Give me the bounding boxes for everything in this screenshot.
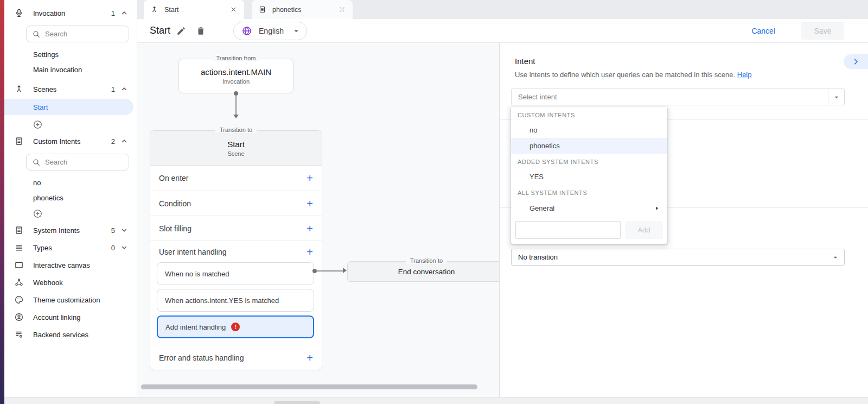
tab-start[interactable]: Start — [144, 0, 244, 19]
dropdown-group-custom-intents: CUSTOM INTENTS — [511, 107, 667, 122]
plus-icon[interactable]: + — [307, 173, 313, 184]
sidebar-item-invocation[interactable]: Invocation 1 — [4, 4, 137, 22]
arrow-right-icon — [653, 204, 661, 212]
tab-phonetics[interactable]: phonetics — [252, 0, 353, 19]
sidebar-item-no[interactable]: no — [4, 175, 137, 190]
sidebar-item-label: Account linking — [33, 313, 129, 321]
add-intent-button[interactable] — [4, 205, 137, 222]
node-subtitle: Invocation — [222, 78, 250, 85]
sidebar-item-types[interactable]: Types 0 — [4, 239, 137, 256]
sidebar-item-settings[interactable]: Settings — [4, 47, 137, 62]
dropdown-item-no[interactable]: no — [511, 122, 667, 138]
mic-icon — [14, 8, 24, 18]
item-count: 1 — [111, 9, 115, 17]
sidebar-item-scenes[interactable]: Scenes 1 — [4, 80, 137, 98]
save-button[interactable]: Save — [801, 22, 844, 40]
delete-scene-button[interactable] — [192, 22, 209, 40]
dropdown-item-phonetics[interactable]: phonetics — [511, 138, 667, 154]
section-label: On enter — [159, 174, 188, 182]
close-icon[interactable] — [229, 5, 238, 14]
bottom-bar — [4, 397, 868, 404]
help-link[interactable]: Help — [737, 71, 752, 79]
collapse-panel-button[interactable] — [844, 54, 868, 69]
node-title: actions.intent.MAIN — [201, 67, 271, 77]
horizontal-scrollbar[interactable] — [141, 384, 477, 389]
chevron-down-icon[interactable] — [119, 225, 129, 235]
dropdown-item-yes[interactable]: YES — [511, 169, 667, 185]
intent-icon — [14, 136, 24, 146]
sidebar-item-theme-customization[interactable]: Theme customization — [4, 291, 137, 308]
custom-intents-search — [26, 154, 129, 171]
chevron-right-icon — [851, 57, 860, 66]
backend-icon — [14, 330, 24, 339]
add-intent-handling-card[interactable]: Add intent handling ! — [157, 315, 314, 338]
sidebar-item-label: Webhook — [33, 279, 129, 287]
sidebar-item-phonetics[interactable]: phonetics — [4, 190, 137, 205]
node-subtitle: Scene — [227, 150, 244, 157]
sidebar-item-account-linking[interactable]: Account linking — [4, 308, 137, 326]
sidebar-item-webhook[interactable]: Webhook — [4, 274, 137, 291]
transition-from-node[interactable]: Transition from actions.intent.MAIN Invo… — [178, 59, 293, 93]
handler-when-yes-matched[interactable]: When actions.intent.YES is matched — [157, 289, 314, 312]
section-slot-filling[interactable]: Slot filling + — [150, 216, 322, 241]
add-scene-button[interactable] — [4, 116, 137, 132]
error-icon: ! — [231, 323, 240, 331]
select-intent-dropdown[interactable]: Select intent — [511, 89, 845, 105]
section-user-intent-handling[interactable]: User intent handling + — [150, 241, 322, 262]
plus-icon[interactable]: + — [307, 198, 313, 209]
sidebar-item-system-intents[interactable]: System Intents 5 — [4, 222, 137, 239]
sidebar-item-main-invocation[interactable]: Main invocation — [4, 62, 137, 77]
search-input[interactable] — [45, 158, 116, 166]
intent-icon — [258, 5, 267, 14]
search-input[interactable] — [45, 30, 116, 38]
chevron-up-icon[interactable] — [119, 136, 129, 146]
dropdown-item-general[interactable]: General — [511, 200, 667, 217]
sidebar-item-label: Theme customization — [33, 296, 129, 304]
chevron-up-icon[interactable] — [119, 8, 129, 18]
scene-icon — [150, 5, 159, 14]
plus-icon[interactable]: + — [307, 247, 313, 257]
search-icon — [32, 158, 41, 167]
cancel-button[interactable]: Cancel — [751, 27, 775, 35]
node-legend: Transition to — [215, 127, 257, 133]
plus-icon[interactable]: + — [307, 352, 313, 363]
dropdown-group-all-system-intents: ALL SYSTEM INTENTS — [511, 185, 667, 200]
intent-panel: Intent Use intents to define which user … — [499, 43, 868, 397]
chevron-down-icon[interactable] — [119, 243, 129, 252]
scene-node-header[interactable]: Start Scene — [150, 131, 322, 166]
chevron-up-icon[interactable] — [119, 84, 129, 94]
sidebar-item-custom-intents[interactable]: Custom Intents 2 — [4, 132, 137, 150]
transition-dropdown[interactable]: No transition — [511, 249, 845, 266]
node-legend: Transition to — [406, 257, 447, 264]
new-intent-input[interactable] — [515, 221, 621, 239]
add-button[interactable]: Add — [625, 221, 663, 239]
edit-scene-button[interactable] — [173, 22, 190, 40]
tab-label: phonetics — [272, 6, 337, 14]
sidebar-item-label: System Intents — [33, 226, 111, 235]
item-count: 2 — [111, 137, 115, 146]
delete-icon — [196, 26, 206, 36]
sidebar-item-start[interactable]: Start — [4, 99, 133, 115]
account-icon — [14, 312, 24, 322]
globe-icon — [241, 26, 252, 36]
connector-dot — [234, 91, 238, 96]
sidebar-item-backend-services[interactable]: Backend services — [4, 326, 137, 343]
connector-line — [316, 270, 343, 272]
section-condition[interactable]: Condition + — [150, 191, 322, 216]
end-conversation-node[interactable]: Transition to End conversation — [347, 261, 499, 282]
caret-down-icon — [291, 26, 301, 36]
intent-icon — [14, 225, 24, 235]
bottom-scroll-handle[interactable] — [274, 401, 320, 404]
sidebar-item-interactive-canvas[interactable]: Interactive canvas — [4, 256, 137, 274]
section-on-enter[interactable]: On enter + — [150, 166, 322, 191]
handler-when-no-matched[interactable]: When no is matched — [157, 262, 314, 285]
dropdown-group-added-system-intents: ADDED SYSTEM INTENTS — [511, 154, 667, 169]
plus-circle-icon — [33, 209, 43, 219]
language-selector[interactable]: English — [233, 22, 307, 40]
plus-icon[interactable]: + — [307, 223, 313, 234]
sidebar-item-label: Backend services — [33, 331, 129, 339]
close-icon[interactable] — [337, 5, 346, 14]
actions-console-app: Invocation 1 Settings Main invocation Sc… — [0, 0, 868, 404]
connector-arrow-right — [343, 268, 347, 273]
section-error-status-handling[interactable]: Error and status handling + — [150, 345, 322, 370]
